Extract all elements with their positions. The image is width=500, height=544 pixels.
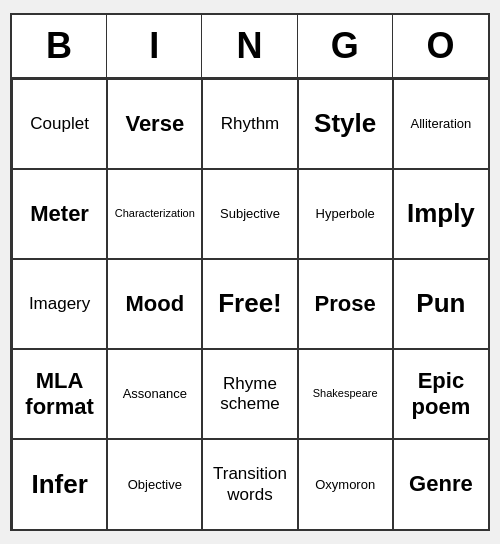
cell-text-19: Epic poem: [400, 368, 482, 421]
header-letter-g: G: [298, 15, 393, 77]
cell-text-8: Hyperbole: [316, 206, 375, 222]
bingo-cell-15[interactable]: MLA format: [12, 349, 107, 439]
cell-text-20: Infer: [31, 469, 87, 500]
cell-text-1: Verse: [125, 111, 184, 137]
bingo-cell-14[interactable]: Pun: [393, 259, 488, 349]
cell-text-22: Transition words: [209, 464, 290, 505]
cell-text-0: Couplet: [30, 114, 89, 134]
bingo-cell-5[interactable]: Meter: [12, 169, 107, 259]
bingo-cell-1[interactable]: Verse: [107, 79, 202, 169]
bingo-cell-0[interactable]: Couplet: [12, 79, 107, 169]
cell-text-18: Shakespeare: [313, 387, 378, 400]
cell-text-23: Oxymoron: [315, 477, 375, 493]
cell-text-2: Rhythm: [221, 114, 280, 134]
header-letter-i: I: [107, 15, 202, 77]
bingo-cell-16[interactable]: Assonance: [107, 349, 202, 439]
bingo-cell-22[interactable]: Transition words: [202, 439, 297, 529]
cell-text-14: Pun: [416, 288, 465, 319]
header-letter-o: O: [393, 15, 488, 77]
bingo-cell-2[interactable]: Rhythm: [202, 79, 297, 169]
bingo-cell-20[interactable]: Infer: [12, 439, 107, 529]
cell-text-24: Genre: [409, 471, 473, 497]
bingo-cell-13[interactable]: Prose: [298, 259, 393, 349]
cell-text-7: Subjective: [220, 206, 280, 222]
bingo-cell-21[interactable]: Objective: [107, 439, 202, 529]
bingo-cell-23[interactable]: Oxymoron: [298, 439, 393, 529]
bingo-cell-4[interactable]: Alliteration: [393, 79, 488, 169]
cell-text-11: Mood: [125, 291, 184, 317]
bingo-cell-24[interactable]: Genre: [393, 439, 488, 529]
cell-text-5: Meter: [30, 201, 89, 227]
cell-text-4: Alliteration: [411, 116, 472, 132]
cell-text-13: Prose: [315, 291, 376, 317]
bingo-cell-18[interactable]: Shakespeare: [298, 349, 393, 439]
bingo-card: BINGO CoupletVerseRhythmStyleAlliteratio…: [10, 13, 490, 531]
bingo-cell-19[interactable]: Epic poem: [393, 349, 488, 439]
bingo-header: BINGO: [12, 15, 488, 79]
bingo-cell-8[interactable]: Hyperbole: [298, 169, 393, 259]
bingo-cell-6[interactable]: Characterization: [107, 169, 202, 259]
cell-text-12: Free!: [218, 288, 282, 319]
bingo-cell-12[interactable]: Free!: [202, 259, 297, 349]
cell-text-3: Style: [314, 108, 376, 139]
bingo-cell-17[interactable]: Rhyme scheme: [202, 349, 297, 439]
cell-text-15: MLA format: [19, 368, 100, 421]
header-letter-n: N: [202, 15, 297, 77]
bingo-cell-7[interactable]: Subjective: [202, 169, 297, 259]
bingo-cell-3[interactable]: Style: [298, 79, 393, 169]
cell-text-6: Characterization: [115, 207, 195, 220]
header-letter-b: B: [12, 15, 107, 77]
bingo-cell-11[interactable]: Mood: [107, 259, 202, 349]
bingo-cell-9[interactable]: Imply: [393, 169, 488, 259]
cell-text-16: Assonance: [123, 386, 187, 402]
bingo-grid: CoupletVerseRhythmStyleAlliterationMeter…: [12, 79, 488, 529]
cell-text-9: Imply: [407, 198, 475, 229]
cell-text-10: Imagery: [29, 294, 90, 314]
cell-text-17: Rhyme scheme: [209, 374, 290, 415]
bingo-cell-10[interactable]: Imagery: [12, 259, 107, 349]
cell-text-21: Objective: [128, 477, 182, 493]
